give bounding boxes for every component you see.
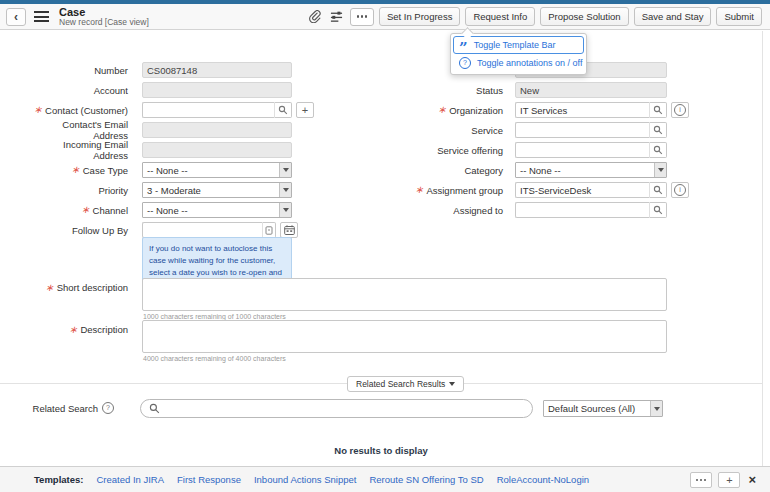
form-left-column: Number CS0087148 Account ∗Contact (Custo… <box>30 62 314 242</box>
menu-item-toggle-template-bar[interactable]: ” Toggle Template Bar <box>453 36 584 54</box>
field-label: Priority <box>30 185 128 196</box>
related-search-results-toggle[interactable]: Related Search Results <box>347 376 464 392</box>
set-in-progress-button[interactable]: Set In Progress <box>379 7 460 26</box>
chevron-down-icon <box>449 382 455 386</box>
paperclip-icon <box>308 10 321 23</box>
follow-up-by-field[interactable] <box>142 222 262 238</box>
short-description-textarea[interactable] <box>142 278 667 311</box>
field-label: ∗Organization <box>360 105 503 116</box>
field-row-number: Number CS0087148 <box>30 62 314 78</box>
default-sources-select[interactable]: Default Sources (All) <box>543 400 663 417</box>
description-counter: 4000 characters remaining of 4000 charac… <box>143 355 286 362</box>
reference-info-button[interactable]: i <box>671 102 689 118</box>
menu-item-toggle-annotations[interactable]: ? Toggle annotations on / off <box>453 54 584 72</box>
calendar-icon <box>284 225 295 235</box>
field-row-category: Category -- None -- <box>360 162 689 178</box>
template-more-button[interactable] <box>690 472 712 488</box>
search-icon[interactable] <box>649 202 667 218</box>
field-label: ∗Short description <box>30 282 128 293</box>
select-arrow-icon <box>279 183 291 197</box>
description-textarea[interactable] <box>142 320 667 353</box>
case-type-select[interactable]: -- None -- <box>142 162 292 178</box>
field-row-contact: ∗Contact (Customer) + <box>30 102 314 118</box>
request-info-button[interactable]: Request Info <box>465 7 535 26</box>
channel-select[interactable]: -- None -- <box>142 202 292 218</box>
contact-email-field <box>142 122 292 138</box>
field-label: Status <box>360 85 503 96</box>
field-label: Contact's Email Address <box>30 119 128 141</box>
add-contact-button[interactable]: + <box>296 102 314 118</box>
template-link-reroute-sn-offering[interactable]: Reroute SN Offering To SD <box>369 474 483 485</box>
incoming-email-field <box>142 142 292 158</box>
search-icon[interactable] <box>649 102 667 118</box>
field-row-incoming-email: Incoming Email Address <box>30 142 314 158</box>
field-label: Category <box>360 165 503 176</box>
template-link-inbound-actions-snippet[interactable]: Inbound Actions Snippet <box>254 474 356 485</box>
required-icon: ∗ <box>71 165 79 175</box>
related-search-input[interactable] <box>140 399 533 418</box>
new-template-button[interactable]: + <box>718 472 740 488</box>
search-icon[interactable] <box>649 122 667 138</box>
save-and-stay-button[interactable]: Save and Stay <box>634 7 712 26</box>
submit-button[interactable]: Submit <box>716 7 762 26</box>
search-icon[interactable] <box>274 102 292 118</box>
back-button[interactable]: ‹ <box>6 8 26 26</box>
select-arrow-icon <box>279 163 291 177</box>
date-picker-button[interactable] <box>280 222 298 238</box>
info-icon: i <box>674 184 686 196</box>
propose-solution-button[interactable]: Propose Solution <box>540 7 628 26</box>
assigned-to-field[interactable] <box>515 202 649 218</box>
plus-icon: + <box>726 475 732 485</box>
required-icon: ∗ <box>45 283 53 293</box>
field-row-assigned-to: Assigned to <box>360 202 689 218</box>
field-label: Number <box>30 65 128 76</box>
select-arrow-icon <box>654 163 666 177</box>
templates-bar-label: Templates: <box>34 474 83 485</box>
personalize-form-button[interactable] <box>328 9 345 24</box>
help-circle-icon[interactable]: ? <box>102 402 114 414</box>
templates-bar: Templates: Created In JIRA First Respons… <box>0 466 770 492</box>
field-label: Service offering <box>360 145 503 156</box>
search-icon[interactable] <box>649 142 667 158</box>
field-label: Account <box>30 85 128 96</box>
search-sources-wrap: Default Sources (All) <box>543 400 663 417</box>
field-label: Service <box>360 125 503 136</box>
assignment-group-field[interactable]: ITS-ServiceDesk <box>515 182 649 198</box>
field-row-channel: ∗Channel -- None -- <box>30 202 314 218</box>
field-row-case-type: ∗Case Type -- None -- <box>30 162 314 178</box>
field-label: ∗Contact (Customer) <box>30 105 128 116</box>
info-icon: i <box>674 104 686 116</box>
field-row-assignment-group: ∗Assignment group ITS-ServiceDesk i <box>360 182 689 198</box>
field-row-service-offering: Service offering <box>360 142 689 158</box>
search-icon[interactable] <box>649 182 667 198</box>
contact-field[interactable] <box>142 102 274 118</box>
short-description-counter: 1000 characters remaining of 1000 charac… <box>143 313 286 320</box>
reference-info-button[interactable]: i <box>671 182 689 198</box>
service-field[interactable] <box>515 122 649 138</box>
page-subtitle: New record [Case view] <box>59 18 149 27</box>
number-field: CS0087148 <box>142 62 292 78</box>
field-row-priority: Priority 3 - Moderate <box>30 182 314 198</box>
template-link-first-response[interactable]: First Response <box>177 474 241 485</box>
required-icon: ∗ <box>69 325 77 335</box>
context-menu-icon[interactable] <box>34 11 49 22</box>
help-circle-icon: ? <box>459 57 471 69</box>
attachment-button[interactable] <box>306 9 323 24</box>
organization-field[interactable]: IT Services <box>515 102 649 118</box>
template-link-created-in-jira[interactable]: Created In JIRA <box>96 474 164 485</box>
close-icon: × <box>748 472 756 487</box>
priority-select[interactable]: 3 - Moderate <box>142 182 292 198</box>
required-icon: ∗ <box>438 105 446 115</box>
more-options-button[interactable] <box>350 8 374 26</box>
form-header: ‹ Case New record [Case view] <box>0 4 770 30</box>
field-label: Follow Up By <box>30 225 128 236</box>
field-row-organization: ∗Organization IT Services i <box>360 102 689 118</box>
field-label: ∗Case Type <box>30 165 128 176</box>
field-label: ∗Channel <box>30 205 128 216</box>
service-offering-field[interactable] <box>515 142 649 158</box>
template-link-roleaccount-nologin[interactable]: RoleAccount-NoLogin <box>497 474 589 485</box>
category-select[interactable]: -- None -- <box>515 162 667 178</box>
status-field: New <box>515 82 667 98</box>
close-template-bar-button[interactable]: × <box>746 472 758 487</box>
scrollbar-track[interactable] <box>762 31 763 466</box>
